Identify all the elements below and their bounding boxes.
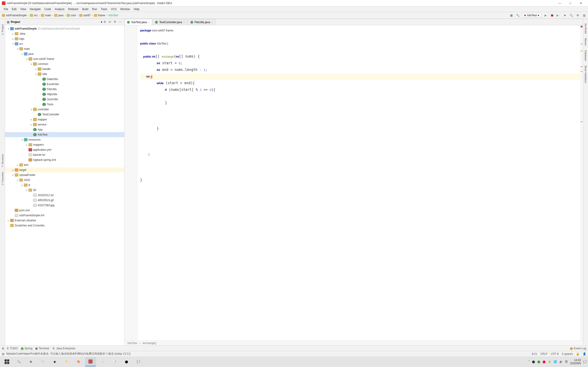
close-icon[interactable]: ×: [183, 21, 185, 24]
tray-volume-icon[interactable]: 🔊: [559, 360, 563, 363]
tray-icon[interactable]: ⬤: [537, 360, 540, 363]
debug-button[interactable]: 🐞: [550, 13, 554, 17]
menu-tools[interactable]: Tools: [99, 7, 109, 11]
tree-row[interactable]: HttpUtils: [5, 92, 124, 97]
tree-row[interactable]: Tools: [5, 102, 124, 107]
tree-row[interactable]: 16192312.txt: [5, 193, 124, 198]
tree-row-external-libs[interactable]: ▸External Libraries: [5, 218, 124, 223]
tree-row-scratches[interactable]: Scratches and Consoles: [5, 223, 124, 228]
tree-row[interactable]: ▾com.xdx97.frame: [5, 56, 124, 61]
tool-database[interactable]: Database: [584, 50, 587, 61]
error-mark[interactable]: [581, 67, 582, 67]
status-encoding[interactable]: UTF-8: [551, 352, 559, 356]
layout-icon[interactable]: ▦: [509, 13, 513, 17]
tray-icon[interactable]: 🔋: [548, 360, 551, 363]
tool-favorites[interactable]: 2: Favorites: [1, 172, 4, 185]
editor-crumb-class[interactable]: XdxTest: [127, 342, 137, 345]
menu-navigate[interactable]: Navigate: [28, 7, 43, 11]
tool-todo[interactable]: 6: TODO: [7, 347, 18, 350]
tree-row[interactable]: App: [5, 127, 124, 132]
taskbar-app-chrome[interactable]: ◉: [49, 357, 60, 366]
task-view-button[interactable]: ⧉: [25, 357, 36, 366]
tree-row[interactable]: ▸logs: [5, 36, 124, 41]
crumb-src[interactable]: src: [34, 14, 38, 17]
tool-window-button[interactable]: ▤: [2, 347, 4, 350]
tool-maven[interactable]: Maven: [584, 38, 587, 46]
project-tree[interactable]: ▾xdxFrameSimpleD:\xdxData\code\xdxFrameS…: [5, 25, 124, 345]
warning-mark[interactable]: [581, 44, 582, 44]
status-line-ending[interactable]: CRLF: [540, 352, 548, 356]
menu-vcs[interactable]: VCS: [109, 7, 119, 11]
tree-row[interactable]: application.yml: [5, 147, 124, 152]
tool-structure[interactable]: 7: Structure: [1, 154, 4, 167]
clock-date[interactable]: 2020/9/5: [570, 362, 581, 365]
menu-build[interactable]: Build: [80, 7, 90, 11]
chevron-down-icon[interactable]: ▾: [101, 20, 102, 24]
menu-view[interactable]: View: [18, 7, 28, 11]
tree-row[interactable]: ▸mappers: [5, 142, 124, 147]
settings-icon[interactable]: ⚙: [576, 13, 580, 17]
tree-row[interactable]: ▾utils: [5, 72, 124, 77]
tree-row[interactable]: ▸mapper: [5, 117, 124, 122]
settings-icon[interactable]: ⚙: [114, 20, 117, 24]
crumb-frame[interactable]: frame: [98, 14, 105, 17]
tree-row[interactable]: ▾controller: [5, 107, 124, 112]
editor-gutter[interactable]: [124, 25, 137, 340]
tree-row[interactable]: banner.txt: [5, 152, 124, 157]
menu-window[interactable]: Window: [118, 7, 132, 11]
tab-fileutils[interactable]: FileUtils.java×: [188, 19, 216, 25]
crumb-main[interactable]: main: [45, 14, 51, 17]
taskbar-app[interactable]: ⬤: [121, 357, 132, 366]
search-everywhere-icon[interactable]: 🔍: [569, 13, 573, 17]
crumb-project[interactable]: xdxFrameSimple: [6, 14, 27, 17]
crumb-java[interactable]: java: [58, 14, 63, 17]
build-icon[interactable]: 🔨: [516, 13, 520, 17]
tree-row[interactable]: logback-spring.xml: [5, 157, 124, 162]
project-structure-icon[interactable]: ▥: [582, 13, 586, 17]
tab-xdxtest[interactable]: XdxTest.java×: [124, 19, 152, 25]
menu-analyze[interactable]: Analyze: [53, 7, 66, 11]
tree-row[interactable]: TestController: [5, 112, 124, 117]
warning-mark[interactable]: [581, 71, 582, 72]
tree-row[interactable]: ▾resources: [5, 137, 124, 142]
tree-row[interactable]: ▸handle: [5, 67, 124, 72]
tool-bean-validation[interactable]: Bean Validation: [584, 66, 587, 83]
tree-row[interactable]: 41027383.jpg: [5, 203, 124, 208]
tray-icon[interactable]: ⬤: [532, 360, 535, 363]
tree-row[interactable]: ▾2020: [5, 177, 124, 183]
status-inspection-icon[interactable]: 👤: [583, 352, 586, 356]
tree-row[interactable]: ▸service: [5, 122, 124, 127]
status-readonly-icon[interactable]: 🔓: [576, 352, 579, 356]
tray-network-icon[interactable]: 🌐: [553, 360, 557, 363]
minimize-button[interactable]: —: [554, 0, 565, 6]
error-stripe[interactable]: [580, 25, 583, 340]
search-button[interactable]: 🔍: [13, 357, 24, 366]
warning-mark[interactable]: [581, 50, 582, 51]
stop-button[interactable]: ■: [563, 13, 567, 17]
tree-row[interactable]: JsonUtils: [5, 97, 124, 102]
tree-row[interactable]: pom.xml: [5, 208, 124, 213]
close-icon[interactable]: ×: [212, 21, 213, 24]
tree-row[interactable]: ▾common: [5, 61, 124, 67]
taskbar-app-wechat[interactable]: 💬: [133, 357, 144, 366]
tree-row[interactable]: ▸test: [5, 162, 124, 167]
run-config-selector[interactable]: XdxTest ▾: [522, 13, 541, 18]
tree-row[interactable]: ▸.idea: [5, 31, 124, 36]
taskbar-app[interactable]: 📝: [109, 357, 120, 366]
error-indicator-icon[interactable]: [581, 26, 582, 27]
tray-icon[interactable]: ⬤: [543, 360, 545, 363]
crumb-xdx97[interactable]: xdx97: [83, 14, 91, 17]
run-button[interactable]: ▶: [544, 13, 548, 17]
tool-eventlog[interactable]: ⬤Event Log: [570, 347, 586, 350]
tree-row[interactable]: ▾src: [5, 41, 124, 46]
ime-indicator[interactable]: 英: [565, 360, 568, 364]
tree-row[interactable]: ▾8: [5, 183, 124, 188]
start-button[interactable]: [1, 357, 12, 366]
collapse-icon[interactable]: —: [119, 20, 122, 24]
tool-terminal[interactable]: ▣Terminal: [35, 347, 49, 350]
code-editor[interactable]: package com.xdx97.frame; public class Xd…: [137, 25, 583, 340]
tree-row-xdxtest[interactable]: XdxTest: [5, 132, 124, 137]
menu-edit[interactable]: Edit: [10, 7, 18, 11]
tree-row[interactable]: ▾uploadFolder: [5, 173, 124, 177]
tree-row[interactable]: ▾30: [5, 188, 124, 193]
